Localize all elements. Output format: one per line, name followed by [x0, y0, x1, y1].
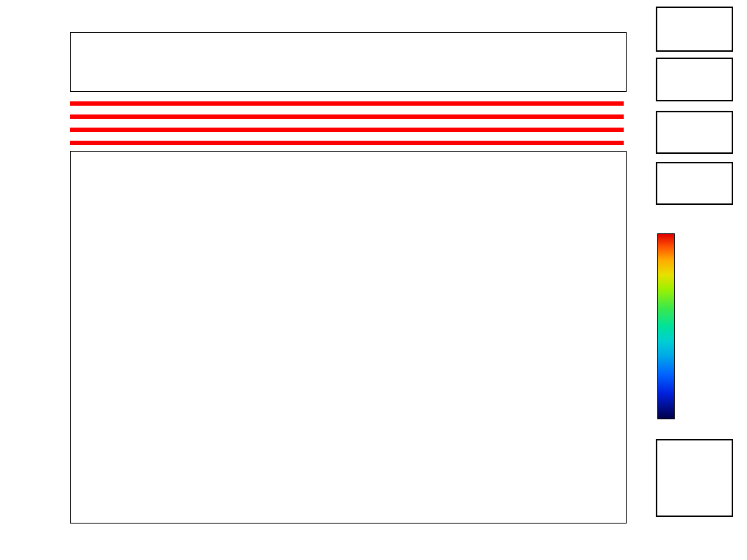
data-mode-box	[656, 7, 733, 52]
translation-values-row1	[657, 166, 732, 176]
data-mode-values	[657, 14, 732, 28]
ephemeris-box	[656, 439, 733, 517]
translation-values-row2	[657, 177, 732, 187]
status-bar-translation	[70, 141, 624, 145]
colorbar-gradient	[657, 233, 675, 419]
spectrogram-frame	[70, 151, 627, 524]
translation-box	[656, 162, 733, 205]
wbd-plot-page	[0, 0, 747, 560]
gain-plot-frame	[70, 32, 627, 92]
antenna-box	[656, 58, 733, 101]
resolution-values	[657, 117, 732, 126]
status-bar-resolution	[70, 128, 624, 132]
status-bar-datamode	[70, 101, 624, 106]
spectrogram-image	[71, 152, 626, 523]
antenna-values	[657, 65, 732, 79]
status-bar-antenna	[70, 114, 624, 119]
resolution-box	[656, 111, 733, 154]
